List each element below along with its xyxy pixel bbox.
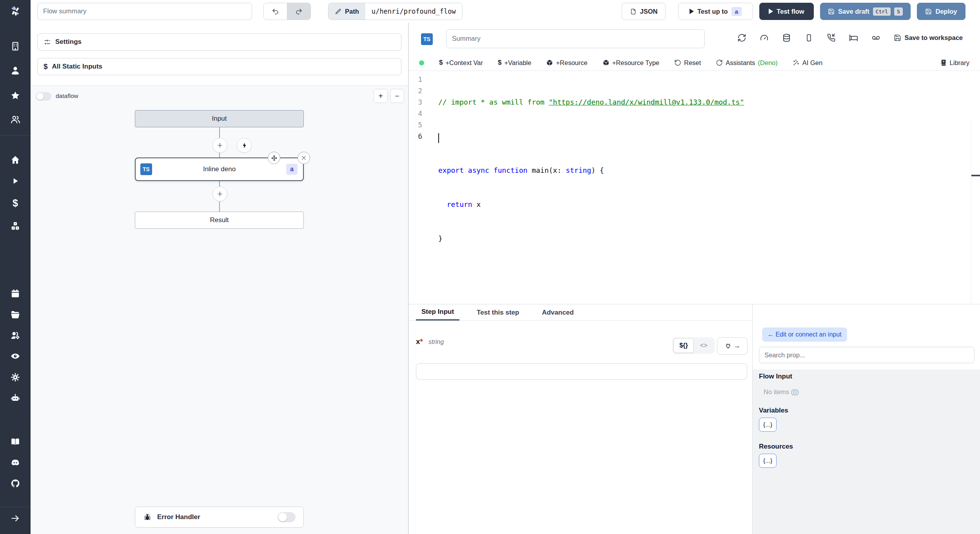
tab-step-input[interactable]: Step Input bbox=[416, 304, 459, 320]
expr-mode-button[interactable]: ${} bbox=[673, 338, 694, 353]
add-resource-button[interactable]: +Resource bbox=[546, 59, 587, 67]
sidebar-item-variables[interactable]: $ bbox=[8, 196, 22, 210]
pencil-icon bbox=[335, 8, 341, 15]
add-resource-type-button[interactable]: +Resource Type bbox=[603, 59, 659, 67]
flow-node-input[interactable]: Input bbox=[135, 110, 304, 127]
ai-gen-label: AI Gen bbox=[802, 59, 822, 67]
add-context-var-button[interactable]: $+Context Var bbox=[439, 59, 483, 67]
test-up-to-button[interactable]: Test up to a bbox=[678, 3, 753, 20]
add-resource-type-label: +Resource Type bbox=[612, 59, 659, 67]
dollar-icon: $ bbox=[439, 59, 443, 67]
assistants-button[interactable]: Assistants (Deno) bbox=[716, 59, 778, 67]
sidebar-item-home[interactable] bbox=[8, 153, 22, 167]
add-step-button[interactable] bbox=[212, 138, 227, 153]
flow-summary-input[interactable] bbox=[37, 3, 252, 20]
sidebar-item-settings[interactable] bbox=[8, 370, 22, 384]
sidebar-item-favorites[interactable] bbox=[8, 89, 22, 103]
reset-button[interactable]: Reset bbox=[674, 59, 701, 67]
test-flow-button[interactable]: Test flow bbox=[759, 3, 814, 20]
sidebar-item-schedules[interactable] bbox=[8, 286, 22, 300]
flow-settings-button[interactable]: Settings bbox=[37, 33, 401, 51]
error-handler-label: Error Handler bbox=[157, 513, 200, 521]
add-resource-label: +Resource bbox=[556, 59, 587, 67]
sleep-button[interactable] bbox=[849, 33, 858, 42]
field-value-input[interactable] bbox=[416, 363, 747, 380]
resources-object-chip[interactable]: {...} bbox=[759, 454, 777, 468]
dataflow-label: dataflow bbox=[56, 92, 78, 100]
sidebar-item-audit-logs[interactable] bbox=[8, 349, 22, 363]
early-stop-button[interactable] bbox=[871, 33, 880, 42]
variables-object-chip[interactable]: {...} bbox=[759, 418, 777, 432]
performance-button[interactable] bbox=[760, 33, 769, 42]
edit-or-connect-button[interactable]: ← Edit or connect an input bbox=[762, 328, 847, 342]
error-handler-card[interactable]: Error Handler bbox=[135, 507, 304, 528]
arrow-right-icon bbox=[10, 513, 20, 523]
field-type: string bbox=[428, 339, 444, 346]
code-line-1: // import * as wmill from "https://deno.… bbox=[438, 96, 968, 108]
all-static-inputs-button[interactable]: $ All Static Inputs bbox=[37, 58, 401, 75]
sidebar-item-workspace[interactable] bbox=[8, 39, 22, 53]
connect-input-button[interactable]: → bbox=[717, 337, 748, 355]
code-url-link[interactable]: "https://deno.land/x/windmill@v1.133.0/m… bbox=[549, 98, 744, 106]
sidebar-item-runs[interactable] bbox=[8, 174, 22, 188]
undo-button[interactable] bbox=[264, 3, 287, 20]
deploy-button[interactable]: Deploy bbox=[917, 3, 965, 20]
sidebar-item-assistant[interactable] bbox=[8, 391, 22, 405]
rotate-ccw-icon bbox=[674, 59, 681, 66]
required-asterisk: * bbox=[420, 337, 423, 346]
save-to-workspace-button[interactable]: Save to workspace bbox=[894, 34, 963, 42]
toggle-knob bbox=[36, 93, 44, 100]
sidebar-collapse-button[interactable] bbox=[8, 511, 22, 525]
add-variable-button[interactable]: $+Variable bbox=[498, 59, 531, 67]
mobile-view-button[interactable] bbox=[804, 33, 813, 42]
lightning-icon bbox=[241, 142, 248, 149]
windmill-flow-editor: $ bbox=[0, 0, 980, 534]
code-mode-button[interactable]: <> bbox=[694, 339, 713, 353]
sidebar-item-docs[interactable] bbox=[8, 434, 22, 449]
search-prop-input[interactable] bbox=[759, 347, 975, 363]
typescript-badge: TS bbox=[421, 33, 433, 45]
redo-icon bbox=[295, 8, 303, 15]
save-draft-button[interactable]: Save draft Ctrl S bbox=[820, 3, 911, 20]
move-step-button[interactable] bbox=[268, 152, 280, 164]
sidebar-item-discord[interactable] bbox=[8, 456, 22, 470]
json-button[interactable]: JSON bbox=[622, 3, 666, 20]
add-step-button[interactable] bbox=[212, 186, 227, 201]
suspend-button[interactable] bbox=[827, 33, 836, 42]
trigger-button[interactable] bbox=[237, 138, 252, 153]
refresh-lock-button[interactable] bbox=[737, 33, 746, 42]
path-group[interactable]: Path u/henri/profound_flow bbox=[328, 3, 463, 20]
sidebar-item-workers[interactable] bbox=[8, 328, 22, 342]
sidebar-item-github[interactable] bbox=[8, 476, 22, 491]
deploy-label: Deploy bbox=[935, 8, 957, 15]
all-static-inputs-label: All Static Inputs bbox=[52, 63, 102, 71]
variables-title: Variables bbox=[759, 407, 975, 415]
path-label: Path bbox=[345, 8, 359, 15]
flow-graph-panel: Settings $ All Static Inputs dataflow + … bbox=[31, 23, 408, 534]
move-icon bbox=[271, 155, 278, 161]
zoom-in-button[interactable]: + bbox=[374, 89, 388, 103]
redo-button[interactable] bbox=[287, 3, 310, 20]
error-handler-toggle[interactable] bbox=[278, 512, 296, 522]
windmill-logo-icon[interactable] bbox=[7, 3, 23, 19]
step-summary-input[interactable] bbox=[446, 29, 705, 48]
path-label-segment: Path bbox=[328, 3, 365, 20]
dataflow-toggle[interactable] bbox=[36, 92, 51, 101]
kbd-ctrl: Ctrl bbox=[873, 7, 891, 16]
code-line-6 bbox=[438, 267, 968, 278]
library-button[interactable]: Library bbox=[940, 59, 969, 67]
tab-advanced[interactable]: Advanced bbox=[536, 304, 579, 320]
sidebar-item-folders[interactable] bbox=[8, 308, 22, 322]
tab-test-this-step[interactable]: Test this step bbox=[471, 304, 524, 320]
delete-step-button[interactable] bbox=[298, 152, 310, 164]
code-editor[interactable]: 12 34 56 // import * as wmill from "http… bbox=[409, 71, 980, 304]
play-icon bbox=[690, 9, 694, 14]
zoom-out-button[interactable]: − bbox=[390, 89, 404, 103]
sidebar-item-user[interactable] bbox=[8, 63, 22, 78]
dollar-icon: $ bbox=[44, 62, 48, 71]
sidebar-item-groups[interactable] bbox=[8, 112, 22, 127]
flow-node-result[interactable]: Result bbox=[135, 212, 304, 229]
sidebar-item-resources[interactable] bbox=[8, 219, 22, 233]
ai-gen-button[interactable]: AI Gen bbox=[793, 59, 822, 67]
cache-button[interactable] bbox=[782, 33, 791, 42]
